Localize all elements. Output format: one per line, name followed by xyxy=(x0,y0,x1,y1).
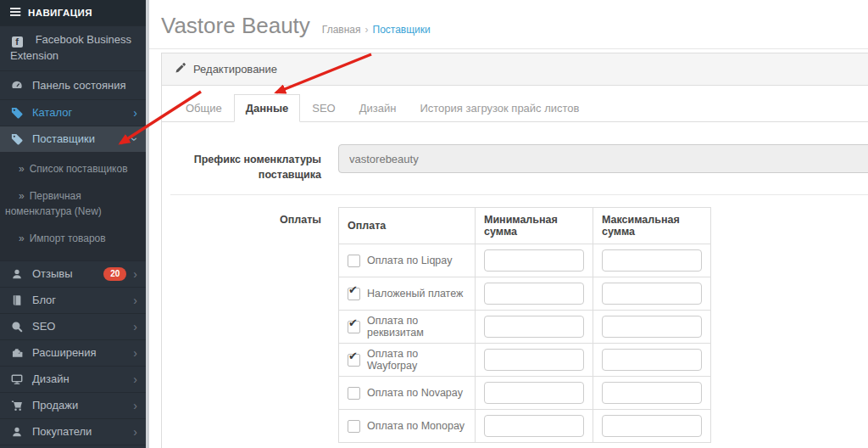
table-row: Оплата по Liqpay xyxy=(339,244,711,277)
search-icon xyxy=(10,321,24,333)
tab-price-history[interactable]: История загрузок прайс листов xyxy=(408,94,591,122)
payments-table: Оплата Минимальная сумма Максимальная су… xyxy=(338,207,711,443)
min-sum-input[interactable] xyxy=(484,349,584,371)
sidebar-item-blog[interactable]: Блог › xyxy=(0,287,146,313)
prefix-label: Префикс номенклатуры поставщика xyxy=(179,144,321,182)
table-row: Наложеный платеж xyxy=(339,277,711,311)
pencil-icon xyxy=(175,63,186,76)
payment-checkbox[interactable] xyxy=(348,288,360,300)
puzzle-icon xyxy=(10,347,24,359)
chevron-right-icon: › xyxy=(133,268,137,280)
tab-data[interactable]: Данные xyxy=(234,94,301,122)
sidebar-item-label: Панель состояния xyxy=(32,79,125,92)
table-row: Оплата по Wayforpay xyxy=(339,344,711,377)
payments-label: Оплаты xyxy=(179,207,321,443)
sidebar-subitem-primary-nomenclature[interactable]: »Первичная номенклатура (New) xyxy=(0,182,146,225)
sidebar-item-label: Отзывы xyxy=(32,267,73,280)
sidebar-item-sales[interactable]: Продажи › xyxy=(0,392,146,418)
payment-label: Оплата по Monopay xyxy=(367,420,465,432)
reviews-count-badge: 20 xyxy=(103,267,126,281)
sidebar-item-label: Расширения xyxy=(32,346,97,359)
column-header-max-sum: Максимальная сумма xyxy=(593,208,711,244)
chevron-right-icon: › xyxy=(133,107,137,119)
page-title: Vastore Beauty xyxy=(161,13,310,39)
prefix-input xyxy=(338,144,868,173)
tab-general[interactable]: Общие xyxy=(174,94,234,122)
max-sum-input[interactable] xyxy=(602,382,702,404)
sidebar-item-dashboard[interactable]: Панель состояния xyxy=(0,70,146,99)
max-sum-input[interactable] xyxy=(602,349,702,371)
min-sum-input[interactable] xyxy=(484,415,584,437)
breadcrumb-current-link[interactable]: Поставщики xyxy=(373,24,431,36)
sidebar-item-design[interactable]: Дизайн › xyxy=(0,366,146,392)
sidebar-item-seo[interactable]: SEO › xyxy=(0,313,146,339)
chevron-right-icon: › xyxy=(133,347,137,359)
column-header-min-sum: Минимальная сумма xyxy=(476,208,593,244)
sidebar-subitem-import-products[interactable]: »Импорт товаров xyxy=(0,225,146,252)
edit-panel: Редактирование Общие Данные SEO Дизайн И… xyxy=(161,53,868,448)
sidebar-nav-header: НАВИГАЦИЯ xyxy=(0,0,146,25)
monitor-icon xyxy=(10,373,24,385)
payment-checkbox[interactable] xyxy=(348,255,360,267)
payment-label: Оплата по Liqpay xyxy=(367,255,453,266)
max-sum-input[interactable] xyxy=(602,415,702,437)
min-sum-input[interactable] xyxy=(484,249,584,272)
chevron-right-icon: › xyxy=(133,426,137,438)
sidebar-item-catalog[interactable]: Каталог › xyxy=(0,99,146,126)
payment-checkbox[interactable] xyxy=(348,387,360,400)
table-row: Оплата по Monopay xyxy=(339,410,711,443)
prefix-form-group: Префикс номенклатуры поставщика xyxy=(179,144,868,182)
panel-heading: Редактирование xyxy=(162,53,868,86)
chevron-right-icon: › xyxy=(133,373,137,385)
sidebar-item-label: Поставщики xyxy=(32,132,95,145)
subitem-label: Импорт товаров xyxy=(30,232,106,244)
payment-checkbox[interactable] xyxy=(348,321,360,333)
max-sum-input[interactable] xyxy=(602,316,702,338)
sidebar-item-label: Блог xyxy=(32,294,56,306)
sidebar-item-customers[interactable]: Покупатели › xyxy=(0,418,146,445)
facebook-icon: f xyxy=(10,36,24,48)
min-sum-input[interactable] xyxy=(484,283,584,305)
cart-icon xyxy=(10,400,24,412)
sidebar-scrollbar xyxy=(146,0,149,448)
panel-heading-label: Редактирование xyxy=(193,63,277,76)
sidebar-item-label: Facebook Business Extension xyxy=(10,33,131,62)
payments-form-group: Оплаты Оплата Минимальная сумма Максимал… xyxy=(179,207,868,443)
payment-label: Оплата по Novapay xyxy=(367,387,463,399)
tab-design[interactable]: Дизайн xyxy=(348,94,409,122)
sidebar-item-marketing[interactable]: Маркетинг › xyxy=(0,445,146,448)
max-sum-input[interactable] xyxy=(602,249,702,272)
sidebar-item-label: Покупатели xyxy=(32,425,92,438)
payment-checkbox[interactable] xyxy=(348,420,360,433)
main-content: Vastore Beauty Главная›Поставщики Редакт… xyxy=(149,0,868,448)
supplier-form: Префикс номенклатуры поставщика Оплаты О… xyxy=(162,122,868,448)
sidebar-item-label: Каталог xyxy=(32,106,72,119)
sidebar-item-facebook-extension[interactable]: f Facebook Business Extension xyxy=(0,25,146,70)
suppliers-submenu: »Список поставщиков »Первичная номенклат… xyxy=(0,152,146,260)
max-sum-input[interactable] xyxy=(602,283,702,305)
chevron-right-icon: › xyxy=(133,400,137,412)
tab-bar: Общие Данные SEO Дизайн История загрузок… xyxy=(162,86,868,122)
min-sum-input[interactable] xyxy=(484,316,584,338)
chevron-right-icon: › xyxy=(133,294,137,306)
user-icon xyxy=(10,268,24,280)
sidebar-item-reviews[interactable]: Отзывы 20 › xyxy=(0,260,146,287)
sidebar-item-label: Продажи xyxy=(32,399,78,412)
sidebar-item-extensions[interactable]: Расширения › xyxy=(0,339,146,366)
book-icon xyxy=(10,294,24,306)
page-header: Vastore Beauty Главная›Поставщики xyxy=(149,0,868,49)
payment-checkbox[interactable] xyxy=(348,354,360,367)
subitem-label: Список поставщиков xyxy=(30,163,128,175)
payment-label: Оплата по Wayforpay xyxy=(367,348,466,372)
min-sum-input[interactable] xyxy=(484,382,584,404)
breadcrumb-home-link[interactable]: Главная xyxy=(322,24,361,36)
divider xyxy=(170,194,868,195)
table-row: Оплата по реквизитам xyxy=(339,311,711,344)
sidebar-subitem-suppliers-list[interactable]: »Список поставщиков xyxy=(0,155,146,182)
sidebar-item-suppliers[interactable]: Поставщики › xyxy=(0,126,146,152)
breadcrumb: Главная›Поставщики xyxy=(322,24,431,36)
tab-seo[interactable]: SEO xyxy=(300,94,347,122)
tag-icon xyxy=(10,133,24,145)
sidebar-item-label: SEO xyxy=(32,320,55,333)
sidebar-item-label: Дизайн xyxy=(32,372,70,385)
